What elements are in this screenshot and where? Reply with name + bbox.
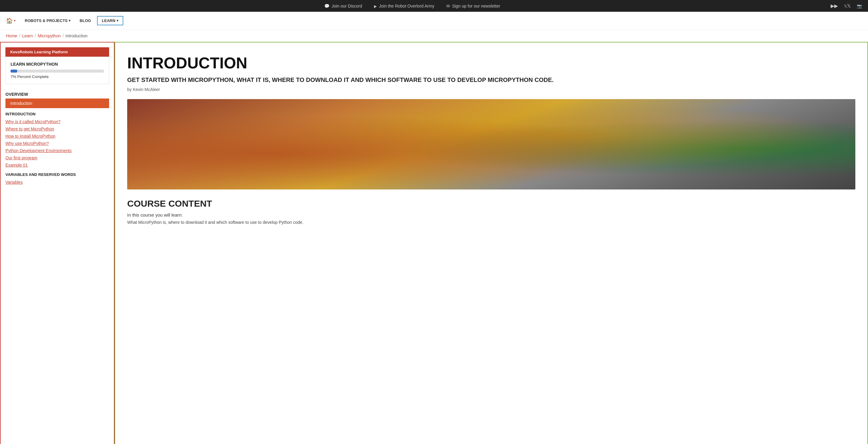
course-content-title: COURSE CONTENT [127,198,855,209]
email-icon [446,4,450,8]
learn-chevron: ▾ [117,19,119,23]
sidebar-link-4[interactable]: Python Development Environments [1,147,114,154]
discord-label: Join our Discord [332,4,362,8]
home-chevron: ▾ [14,19,16,23]
play-icon [374,4,377,8]
article-image-inner [127,99,855,189]
main-nav: 🏠 ▾ ROBOTS & PROJECTS ▾ BLOG LEARN ▾ [0,12,868,30]
breadcrumb-micropython[interactable]: Micropython [38,33,61,38]
main-content: INTRODUCTION GET STARTED WITH MICROPYTHO… [115,42,868,444]
article-author: by Kevin McAleer [127,87,855,92]
article-subtitle: GET STARTED WITH MICROPYTHON, WHAT IT IS… [127,76,855,84]
nav-blog[interactable]: BLOG [76,19,94,23]
progress-text: 7% Percent Complete [10,74,104,79]
article-image [127,99,855,189]
top-bar-center: Join our Discord Join the Robot Overlord… [6,4,818,8]
sidebar-link-1[interactable]: Where to get MicroPython [1,125,114,132]
sidebar-link-0[interactable]: Why is it called MicroPython? [1,118,114,125]
course-title: LEARN MICROPYTHON [10,62,104,67]
progress-bar-bg [10,70,104,72]
top-bar: Join our Discord Join the Robot Overlord… [0,0,868,12]
home-nav-item[interactable]: 🏠 ▾ [6,18,16,24]
sidebar-link-variables[interactable]: Variables [1,179,114,186]
home-icon: 🏠 [6,18,13,24]
sidebar-link-2[interactable]: How to Install MicroPython [1,132,114,140]
article-title: INTRODUCTION [127,55,855,72]
breadcrumb-learn[interactable]: Learn [22,33,33,38]
course-content-intro: In this course you will learn: [127,212,855,218]
breadcrumb-sep-1: / [19,33,20,38]
sidebar-link-5[interactable]: Our first program [1,154,114,161]
instagram-icon[interactable]: 📷 [857,4,862,8]
breadcrumb-sep-3: / [62,33,64,38]
army-label: Join the Robot Overlord Army [379,4,434,8]
breadcrumb-current: Introduction [65,33,87,38]
page-layout: KevsRobots Learning Platform LEARN MICRO… [0,42,868,444]
active-sidebar-item[interactable]: Introduction [5,98,109,108]
discord-link[interactable]: Join our Discord [324,4,362,8]
robots-label: ROBOTS & PROJECTS [25,19,67,23]
breadcrumb-sep-2: / [35,33,36,38]
overview-section-title: OVERVIEW [1,89,114,98]
nav-learn[interactable]: LEARN ▾ [97,16,123,25]
nav-robots[interactable]: ROBOTS & PROJECTS ▾ [22,19,73,23]
intro-section-title: INTRODUCTION [1,108,114,118]
breadcrumb: Home / Learn / Micropython / Introductio… [0,30,868,42]
breadcrumb-home[interactable]: Home [6,33,17,38]
course-content-item: What MicroPython is, where to download i… [127,220,855,225]
course-progress-box: LEARN MICROPYTHON 7% Percent Complete [5,57,109,84]
progress-bar-fill [10,70,17,72]
discord-icon [324,4,330,8]
top-bar-social: ▶ 𝕏 📷 [831,3,862,9]
robots-chevron: ▾ [69,19,70,23]
sidebar-link-3[interactable]: Why use MicroPython? [1,140,114,147]
newsletter-link[interactable]: Sign up for our newsletter [446,4,500,8]
sidebar-link-6[interactable]: Example 01 [1,161,114,169]
army-link[interactable]: Join the Robot Overlord Army [374,4,434,8]
blog-label: BLOG [80,19,91,23]
platform-label: KevsRobots Learning Platform [5,47,109,57]
newsletter-label: Sign up for our newsletter [452,4,500,8]
youtube-icon[interactable]: ▶ [831,3,838,9]
learn-label: LEARN [102,19,116,23]
twitter-icon[interactable]: 𝕏 [844,3,851,9]
sidebar: KevsRobots Learning Platform LEARN MICRO… [0,42,115,444]
variables-section-title: VARIABLES AND RESERVED WORDS [1,169,114,179]
